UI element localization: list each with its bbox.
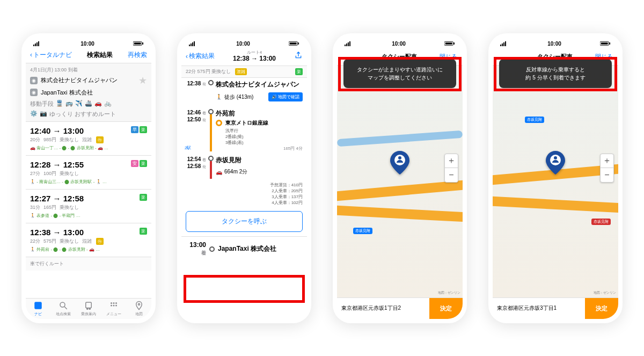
seg-arrive: 13:00 着 JapanTaxi 株式会社 (181, 236, 307, 261)
screen: 10:00 ‹トータルナビ 検索結果 再検索 4月1日(月) 13:00 到着 … (26, 38, 151, 319)
svg-rect-28 (346, 43, 347, 46)
svg-rect-21 (191, 43, 192, 46)
tip-toast: タクシーが止まりやすい道路沿いに マップを調整してください (343, 59, 456, 88)
result-item-1[interactable]: 12:40 → 13:00 早楽 20分985円乗換なし混雑㊕ 🚗 青山一丁… … (26, 122, 151, 156)
address-bar: 東京都港区元赤坂1丁目2 決定 (337, 297, 463, 319)
congestion-badge: 混雑 (235, 68, 247, 75)
star-icon[interactable]: ★ (138, 75, 147, 86)
signal-icon (500, 41, 509, 47)
share-button[interactable] (294, 51, 303, 61)
svg-line-9 (64, 307, 67, 309)
svg-rect-36 (500, 45, 501, 46)
svg-point-17 (113, 304, 114, 306)
svg-rect-6 (142, 42, 143, 45)
zoom-out-button[interactable]: − (601, 168, 613, 182)
tab-transfer[interactable]: 乗換案内 (76, 299, 101, 319)
phone-taxi-map-1: 10:00 タクシー配車 閉じる タクシーが止まりやすい道路沿いに マップを調整… (333, 33, 467, 323)
confirm-button[interactable]: 決定 (429, 298, 463, 319)
svg-rect-30 (349, 41, 350, 46)
tab-search[interactable]: 地点検索 (51, 299, 76, 319)
car-icon: 🚗 (216, 169, 222, 175)
status-bar: 10:00 (337, 38, 463, 48)
gear-icon[interactable]: ⚙️ (30, 110, 38, 118)
stops-link[interactable]: 2駅 (185, 145, 191, 151)
map-view[interactable]: 赤坂見附 ＋ − 地図：ゼンリン (337, 66, 463, 297)
status-bar: 10:00 (26, 38, 151, 48)
battery-icon (133, 41, 144, 47)
screen: 10:00 タクシー配車 閉じる タクシーが止まりやすい道路沿いに マップを調整… (337, 38, 463, 319)
pickup-address[interactable]: 東京都港区元赤坂1丁目2 (337, 299, 429, 317)
research-button[interactable]: 再検索 (128, 50, 147, 60)
back-button[interactable]: ‹検索結果 (186, 52, 215, 61)
signal-icon (33, 41, 42, 47)
map-view[interactable]: 赤坂見附 赤坂見附 ＋ − 地図：ゼンリン (493, 66, 618, 297)
zoom-in-button[interactable]: ＋ (601, 154, 613, 168)
call-taxi-button[interactable]: タクシーを呼ぶ (186, 211, 303, 232)
tab-menu[interactable]: メニュー (101, 299, 126, 319)
plane-icon: ✈️ (75, 100, 83, 108)
ship-icon: 🚢 (85, 100, 92, 108)
address-bar: 東京都港区元赤坂3丁目1 決定 (493, 297, 618, 319)
taxi-fare-info: 予想運賃：410円 2人乗車：205円 3人乗車：137円 4人乗車：102円 (181, 181, 307, 207)
pickup-address[interactable]: 東京都港区元赤坂3丁目1 (493, 299, 585, 317)
walk-icon: 🚶 (216, 94, 222, 100)
dest-icon: ◉ (30, 89, 38, 96)
arrive-name: JapanTaxi 株式会社 (218, 244, 276, 253)
status-bar: 10:00 (493, 38, 618, 48)
nav-bar: ‹検索結果 ルート4 12:38 → 13:00 (181, 48, 307, 67)
svg-rect-39 (505, 41, 506, 46)
phone-route-detail: 10:00 ‹検索結果 ルート4 12:38 → 13:00 22分 575円 … (177, 33, 311, 323)
route-header: 4月1日(月) 13:00 到着 ◉ 株式会社ナビタイムジャパン ★ ◉ Jap… (26, 63, 151, 122)
result-path: 🚗 青山一丁… - ⬤ - ⬤ 赤坂見附 - 🚗 … (30, 145, 147, 151)
result-item-4[interactable]: 12:38 → 13:00 楽 22分575円乗換なし混雑㊕ 🚶 外苑前 - ⬤… (26, 223, 151, 257)
car-route-label[interactable]: 車で行くルート (26, 257, 151, 271)
svg-rect-2 (36, 42, 38, 46)
svg-rect-5 (134, 42, 141, 45)
zoom-out-button[interactable]: − (445, 168, 458, 182)
confirm-button[interactable]: 決定 (585, 298, 618, 319)
svg-rect-20 (189, 45, 190, 46)
station-2-name[interactable]: 赤坂見附 (216, 156, 303, 165)
tab-navi[interactable]: ナビ (26, 299, 51, 319)
options-row: ⚙️📷 ゆっくり おすすめルート (30, 108, 147, 118)
signal-icon (345, 41, 353, 47)
train-icon: 🚆 (56, 100, 63, 108)
station-1-name[interactable]: 外苑前 (216, 109, 303, 118)
route-meta: 22分 575円 乗換なし 混雑 楽 (181, 66, 307, 78)
content: 12:38 発 株式会社ナビタイムジャパン 🚶徒歩 (413m)🔊 地図で確認 … (181, 78, 307, 318)
svg-rect-1 (35, 43, 36, 46)
svg-point-19 (138, 303, 140, 305)
camera-icon[interactable]: 📷 (40, 110, 47, 118)
page-title: 検索結果 (87, 50, 113, 60)
result-item-2[interactable]: 12:28 → 12:55 安楽 27分100円乗換なし 🚶 - 南青山三… -… (26, 156, 151, 190)
open-map-button[interactable]: 🔊 地図で確認 (268, 92, 303, 101)
line-icon (216, 120, 222, 126)
tab-map[interactable]: 地図 (126, 299, 151, 319)
svg-rect-10 (86, 302, 92, 308)
svg-rect-22 (192, 42, 193, 46)
svg-rect-32 (445, 42, 452, 45)
back-button[interactable]: ‹トータルナビ (30, 50, 72, 60)
svg-point-12 (89, 308, 90, 309)
from-row[interactable]: ◉ 株式会社ナビタイムジャパン ★ (30, 74, 147, 88)
zoom-in-button[interactable]: ＋ (445, 154, 458, 168)
svg-rect-33 (453, 42, 455, 45)
to-row[interactable]: ◉ JapanTaxi 株式会社 (30, 88, 147, 98)
svg-point-16 (111, 304, 112, 306)
svg-point-44 (554, 156, 557, 159)
phone-search-results: 10:00 ‹トータルナビ 検索結果 再検索 4月1日(月) 13:00 到着 … (21, 33, 156, 323)
svg-rect-37 (502, 43, 503, 46)
result-item-3[interactable]: 12:27 → 12:58 楽 31分165円乗換なし 🚶 表参道 - ⬤ - … (26, 190, 151, 223)
svg-point-8 (60, 302, 65, 307)
arrival-meta: 4月1日(月) 13:00 到着 (30, 67, 147, 74)
svg-point-13 (111, 302, 112, 304)
zoom-control: ＋ − (444, 154, 458, 183)
svg-rect-26 (298, 42, 299, 45)
station-poi: 赤坂見附 (591, 219, 611, 225)
screen: 10:00 タクシー配車 閉じる 反対車線から乗車すると 約 5 分早く到着でき… (493, 38, 618, 319)
svg-rect-27 (345, 45, 346, 46)
svg-rect-0 (33, 45, 34, 46)
station-poi: 赤坂見附 (353, 228, 372, 234)
pickup-pin-icon[interactable] (546, 151, 565, 177)
pickup-pin-icon[interactable] (390, 151, 409, 177)
